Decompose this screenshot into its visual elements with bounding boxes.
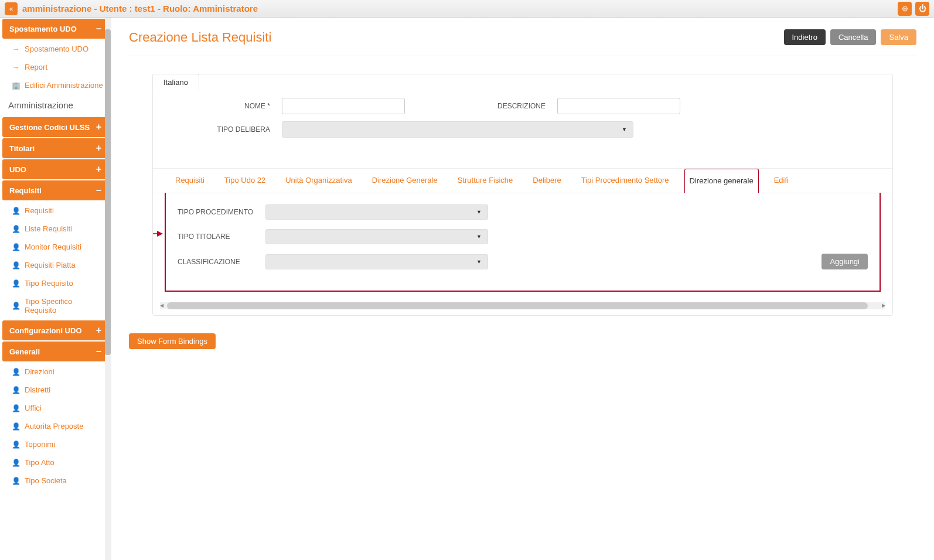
tab[interactable]: Direzione Generale [367, 169, 442, 193]
sidebar-item-label: Monitor Requisiti [25, 243, 81, 251]
tab[interactable]: Unità Organizzativa [281, 169, 356, 193]
main-content: Creazione Lista Requisiti Indietro Cance… [111, 18, 934, 560]
sidebar-group-header[interactable]: Generali– [2, 342, 108, 361]
sidebar: Spostamento UDO–→Spostamento UDO→Report🏢… [0, 18, 111, 560]
sidebar-item[interactable]: 👤Liste Requisiti [0, 220, 111, 238]
sidebar-item[interactable]: 👤Tipo Requisito [0, 274, 111, 292]
sidebar-group-label: Spostamento UDO [9, 25, 77, 33]
sidebar-item[interactable]: 👤Direzioni [0, 363, 111, 381]
page-title: Creazione Lista Requisiti [129, 30, 271, 45]
power-icon[interactable]: ⏻ [915, 2, 929, 16]
user-icon: 👤 [12, 243, 20, 251]
tab[interactable]: Strutture Fisiche [453, 169, 518, 193]
sidebar-item-label: Uffici [25, 404, 42, 412]
sidebar-group-label: Requisiti [9, 186, 42, 195]
sidebar-item-label: Direzioni [25, 367, 54, 376]
tab[interactable]: Direzione generale [684, 169, 759, 193]
tab[interactable]: Tipo Udo 22 [220, 169, 270, 193]
user-icon: 👤 [12, 279, 20, 288]
sidebar-item[interactable]: 👤Uffici [0, 399, 111, 417]
user-icon: 👤 [12, 422, 20, 431]
tipo-procedimento-label: TIPO PROCEDIMENTO [178, 208, 265, 216]
nome-input[interactable] [282, 98, 405, 114]
sidebar-collapse-button[interactable]: « [5, 2, 18, 15]
sidebar-group-label: Gestione Codici ULSS [9, 123, 90, 132]
tab-panel-direzione-generale: TIPO PROCEDIMENTO TIPO TITOLARE CLASSIFI… [165, 193, 881, 292]
topbar: « amministrazione - Utente : test1 - Ruo… [0, 0, 934, 18]
tipo-procedimento-select[interactable] [265, 204, 488, 220]
toggle-icon: + [96, 143, 101, 153]
svg-marker-1 [157, 231, 163, 237]
sidebar-item[interactable]: →Report [0, 58, 111, 76]
tipo-delibera-label: TIPO DELIBERA [176, 125, 270, 134]
tab[interactable]: Requisiti [171, 169, 209, 193]
user-icon: 👤 [12, 225, 20, 233]
sidebar-item[interactable]: 👤Monitor Requisiti [0, 238, 111, 256]
classificazione-select[interactable] [265, 254, 488, 269]
building-icon: 🏢 [12, 81, 20, 90]
cancel-button[interactable]: Cancella [830, 29, 877, 45]
sidebar-item[interactable]: 👤Requisiti Piatta [0, 256, 111, 274]
tab[interactable]: Tipi Procedimento Settore [577, 169, 674, 193]
user-icon: 👤 [12, 459, 20, 467]
sidebar-item-label: Tipo Specifico Requisito [25, 297, 104, 315]
sidebar-item[interactable]: →Spostamento UDO [0, 40, 111, 58]
sidebar-item-label: Tipo Requisito [25, 279, 73, 288]
sidebar-group-header[interactable]: Titolari+ [2, 138, 108, 158]
sidebar-item-label: Requisiti [25, 206, 54, 215]
sidebar-group-label: Configurazioni UDO [9, 326, 82, 335]
sidebar-item[interactable]: 👤Requisiti [0, 202, 111, 220]
topbar-title: amministrazione - Utente : test1 - Ruolo… [22, 4, 258, 13]
tab[interactable]: Edifi [769, 169, 793, 193]
toggle-icon: – [96, 185, 101, 196]
user-icon: 👤 [12, 368, 20, 376]
sidebar-item-label: Requisiti Piatta [25, 261, 76, 269]
horizontal-scrollbar[interactable] [160, 302, 885, 309]
sidebar-item[interactable]: 👤Toponimi [0, 435, 111, 453]
show-form-bindings-button[interactable]: Show Form Bindings [129, 333, 216, 349]
toggle-icon: + [96, 122, 101, 132]
sidebar-item[interactable]: 🏢Edifici Amministrazione [0, 76, 111, 94]
classificazione-label: CLASSIFICAZIONE [178, 258, 265, 266]
sidebar-item[interactable]: 👤Tipo Specifico Requisito [0, 292, 111, 319]
sidebar-item-label: Spostamento UDO [25, 45, 88, 53]
sidebar-group-header[interactable]: Spostamento UDO– [2, 19, 108, 39]
sidebar-item-label: Toponimi [25, 440, 55, 449]
sidebar-item-label: Liste Requisiti [25, 224, 72, 233]
language-tab[interactable]: Italiano [152, 74, 199, 91]
sidebar-group-header[interactable]: Requisiti– [2, 180, 108, 200]
descrizione-label: DESCRIZIONE [417, 102, 546, 110]
sidebar-item[interactable]: 👤Tipo Societa [0, 472, 111, 490]
tab[interactable]: Delibere [528, 169, 565, 193]
toggle-icon: + [96, 325, 101, 336]
sidebar-group-header[interactable]: UDO+ [2, 159, 108, 179]
tipo-titolare-select[interactable] [265, 229, 488, 244]
arrow-icon: → [12, 63, 20, 71]
save-button[interactable]: Salva [881, 29, 916, 45]
form-card: Italiano NOME * DESCRIZIONE TIPO DELIBER… [152, 74, 893, 316]
user-icon: 👤 [12, 302, 20, 310]
back-button[interactable]: Indietro [784, 29, 826, 45]
sidebar-group-header[interactable]: Gestione Codici ULSS+ [2, 117, 108, 137]
descrizione-input[interactable] [557, 98, 680, 114]
sidebar-item-label: Edifici Amministrazione [25, 81, 103, 90]
sidebar-section-title: Amministrazione [0, 94, 111, 116]
tipo-delibera-select[interactable] [282, 121, 633, 138]
sidebar-item-label: Tipo Societa [25, 476, 67, 485]
sidebar-item-label: Tipo Atto [25, 458, 54, 467]
sidebar-item-label: Autorita Preposte [25, 422, 83, 431]
sidebar-item[interactable]: 👤Tipo Atto [0, 453, 111, 472]
user-icon: 👤 [12, 207, 20, 215]
sidebar-group-label: Generali [9, 347, 40, 356]
sidebar-group-header[interactable]: Configurazioni UDO+ [2, 320, 108, 340]
sidebar-item[interactable]: 👤Distretti [0, 381, 111, 399]
nome-label: NOME * [176, 102, 270, 110]
aggiungi-button[interactable]: Aggiungi [821, 254, 868, 269]
sidebar-group-label: UDO [9, 165, 26, 174]
sidebar-scrollbar[interactable] [105, 18, 111, 560]
user-icon: 👤 [12, 404, 20, 412]
user-icon: 👤 [12, 386, 20, 394]
globe-icon[interactable]: ⊕ [898, 2, 912, 16]
toggle-icon: – [96, 346, 101, 357]
sidebar-item[interactable]: 👤Autorita Preposte [0, 417, 111, 435]
